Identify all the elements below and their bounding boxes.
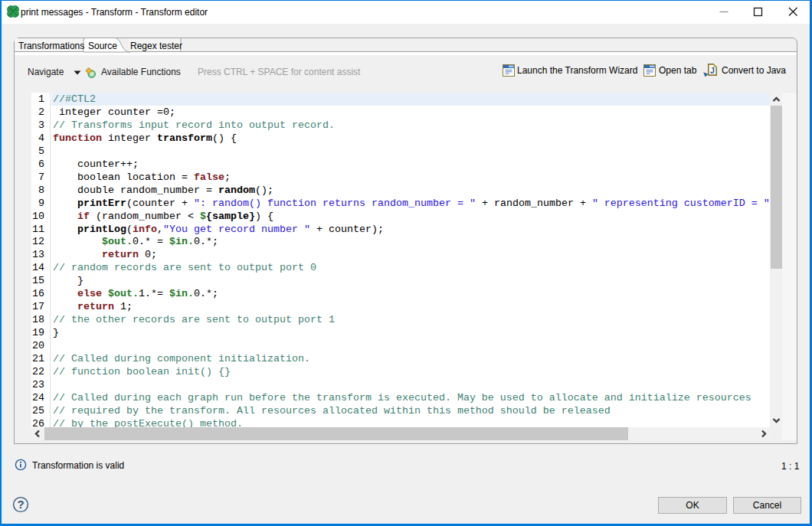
svg-text:?: ? <box>17 498 24 511</box>
svg-text:J: J <box>710 66 715 75</box>
